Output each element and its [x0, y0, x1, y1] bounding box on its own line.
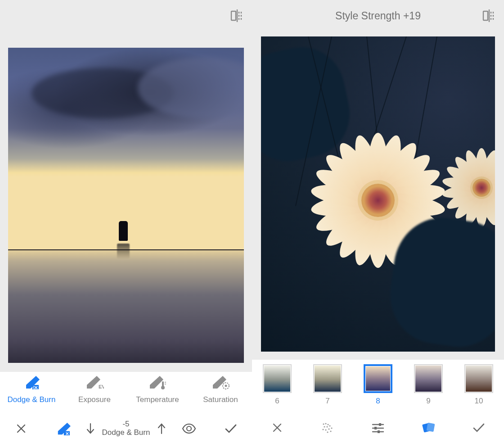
svg-point-40 [328, 428, 329, 429]
apply-button[interactable] [454, 423, 504, 433]
style-thumb-image [313, 364, 342, 393]
left-bottom-bar: -5 Dodge & Burn [0, 414, 252, 443]
left-screenshot: Dodge & Burn EV Exposure Tem [0, 0, 252, 443]
brush-dodgeburn-icon [22, 375, 40, 390]
svg-rect-51 [427, 422, 435, 432]
brush-mode-button[interactable] [42, 422, 84, 435]
style-thumb-8[interactable]: 8 [364, 364, 392, 406]
adjust-value: -5 [122, 420, 129, 429]
style-thumb-number: 6 [275, 397, 279, 406]
compare-icon[interactable] [230, 8, 245, 23]
apply-button[interactable] [210, 424, 252, 434]
edited-photo-right [261, 36, 495, 352]
brush-tool-row: Dodge & Burn EV Exposure Tem [0, 372, 252, 414]
style-thumb-number: 9 [426, 397, 430, 406]
adjust-readout: -5 Dodge & Burn [102, 420, 150, 437]
svg-point-15 [225, 384, 227, 387]
svg-rect-47 [374, 427, 377, 429]
svg-point-35 [324, 426, 325, 427]
tool-saturation[interactable]: Saturation [189, 375, 252, 414]
style-thumb-image [464, 364, 493, 393]
svg-point-11 [161, 386, 165, 389]
style-thumb-image [364, 364, 392, 393]
adjust-value-group: -5 Dodge & Burn [84, 420, 168, 437]
svg-rect-0 [231, 11, 236, 20]
shuffle-texture-button[interactable] [302, 422, 353, 434]
svg-rect-22 [483, 11, 488, 20]
svg-point-36 [326, 426, 328, 427]
increase-button[interactable] [157, 423, 166, 434]
svg-point-39 [325, 429, 326, 430]
style-filmstrip[interactable]: 678910 [252, 360, 504, 412]
cancel-button[interactable] [252, 422, 302, 433]
tool-dodge-burn[interactable]: Dodge & Burn [0, 375, 63, 414]
style-thumb-9[interactable]: 9 [414, 364, 443, 406]
style-thumb-number: 7 [325, 397, 329, 406]
svg-point-33 [325, 423, 326, 424]
svg-point-43 [327, 431, 328, 433]
tool-label: Dodge & Burn [8, 395, 56, 404]
svg-rect-45 [379, 423, 381, 426]
decrease-button[interactable] [86, 423, 95, 434]
tune-sliders-button[interactable] [353, 422, 403, 433]
edited-photo-left [8, 48, 244, 363]
tool-exposure[interactable]: EV Exposure [63, 375, 126, 414]
mask-preview-button[interactable] [168, 424, 210, 434]
brush-exposure-icon: EV [85, 375, 104, 390]
svg-point-37 [329, 425, 330, 426]
compare-icon[interactable] [482, 8, 497, 23]
tool-label: Temperature [136, 395, 179, 404]
tool-label: Saturation [203, 395, 238, 404]
svg-text:EV: EV [99, 384, 104, 389]
adjust-param: Dodge & Burn [102, 429, 150, 437]
style-thumb-image [263, 364, 292, 393]
right-screenshot: Style Strength +19 678910 [252, 0, 504, 443]
svg-rect-49 [378, 430, 380, 433]
styles-button[interactable] [403, 422, 454, 434]
style-thumb-image [414, 364, 443, 393]
svg-point-32 [323, 423, 324, 425]
svg-point-42 [330, 430, 331, 432]
brush-temperature-icon [148, 375, 167, 390]
tool-label: Exposure [78, 395, 111, 404]
right-topbar: Style Strength +19 [252, 0, 504, 32]
left-canvas[interactable] [0, 30, 252, 372]
style-thumb-7[interactable]: 7 [313, 364, 342, 406]
cancel-button[interactable] [0, 423, 42, 434]
svg-point-41 [331, 427, 332, 429]
style-thumb-6[interactable]: 6 [263, 364, 292, 406]
style-thumb-10[interactable]: 10 [464, 364, 493, 406]
svg-point-34 [327, 424, 328, 425]
param-overlay-text: Style Strength +19 [335, 10, 421, 22]
left-topbar [0, 0, 252, 30]
style-thumb-number: 8 [376, 397, 380, 406]
tool-temperature[interactable]: Temperature [126, 375, 189, 414]
right-canvas[interactable] [252, 32, 504, 360]
right-bottom-bar [252, 412, 504, 443]
brush-saturation-icon [211, 375, 230, 390]
style-thumb-number: 10 [475, 397, 483, 406]
svg-point-38 [322, 429, 324, 430]
svg-point-21 [187, 426, 191, 431]
